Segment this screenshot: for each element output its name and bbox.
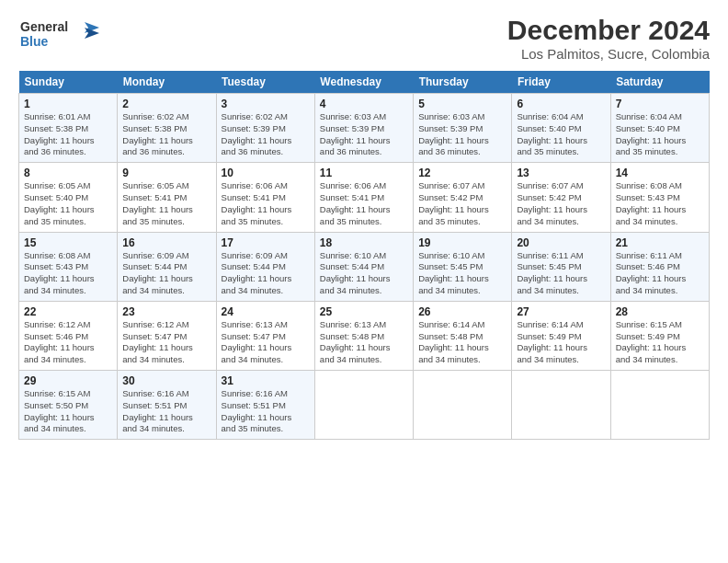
day-number: 9 — [122, 167, 210, 179]
calendar-cell — [414, 371, 512, 440]
calendar-cell: 8Sunrise: 6:05 AMSunset: 5:40 PMDaylight… — [19, 163, 118, 232]
calendar-cell: 16Sunrise: 6:09 AMSunset: 5:44 PMDayligh… — [118, 232, 216, 301]
day-info: Sunrise: 6:10 AMSunset: 5:45 PMDaylight:… — [418, 250, 506, 297]
day-info: Sunrise: 6:04 AMSunset: 5:40 PMDaylight:… — [616, 111, 704, 158]
day-info: Sunrise: 6:09 AMSunset: 5:44 PMDaylight:… — [222, 250, 310, 297]
calendar-cell: 19Sunrise: 6:10 AMSunset: 5:45 PMDayligh… — [414, 232, 512, 301]
day-number: 7 — [616, 98, 704, 110]
day-number: 27 — [517, 305, 605, 318]
day-info: Sunrise: 6:16 AMSunset: 5:51 PMDaylight:… — [222, 388, 310, 435]
day-number: 15 — [24, 236, 112, 249]
weekday-friday: Friday — [512, 71, 610, 94]
day-number: 2 — [122, 98, 210, 110]
calendar-cell: 20Sunrise: 6:11 AMSunset: 5:45 PMDayligh… — [512, 232, 610, 301]
day-number: 3 — [222, 98, 310, 110]
day-info: Sunrise: 6:05 AMSunset: 5:41 PMDaylight:… — [122, 180, 210, 227]
calendar-cell: 7Sunrise: 6:04 AMSunset: 5:40 PMDaylight… — [610, 94, 709, 163]
day-info: Sunrise: 6:02 AMSunset: 5:39 PMDaylight:… — [222, 111, 310, 158]
week-row-1: 1Sunrise: 6:01 AMSunset: 5:38 PMDaylight… — [19, 94, 710, 163]
header: General Blue December 2024 Los Palmitos,… — [18, 15, 710, 62]
day-info: Sunrise: 6:07 AMSunset: 5:42 PMDaylight:… — [517, 180, 605, 227]
calendar-cell: 13Sunrise: 6:07 AMSunset: 5:42 PMDayligh… — [512, 163, 610, 232]
calendar-cell: 10Sunrise: 6:06 AMSunset: 5:41 PMDayligh… — [216, 163, 314, 232]
subtitle: Los Palmitos, Sucre, Colombia — [507, 46, 710, 62]
week-row-3: 15Sunrise: 6:08 AMSunset: 5:43 PMDayligh… — [19, 232, 710, 301]
day-number: 30 — [122, 374, 210, 387]
day-info: Sunrise: 6:15 AMSunset: 5:50 PMDaylight:… — [24, 388, 112, 435]
weekday-tuesday: Tuesday — [216, 71, 314, 94]
day-number: 19 — [418, 236, 506, 249]
day-info: Sunrise: 6:16 AMSunset: 5:51 PMDaylight:… — [122, 388, 210, 435]
calendar-cell: 1Sunrise: 6:01 AMSunset: 5:38 PMDaylight… — [19, 94, 118, 163]
day-number: 25 — [320, 305, 408, 318]
calendar-cell — [314, 371, 413, 440]
calendar-table: SundayMondayTuesdayWednesdayThursdayFrid… — [18, 71, 710, 440]
day-number: 6 — [517, 98, 605, 110]
calendar-cell: 25Sunrise: 6:13 AMSunset: 5:48 PMDayligh… — [314, 301, 413, 370]
day-info: Sunrise: 6:07 AMSunset: 5:42 PMDaylight:… — [418, 180, 506, 227]
day-number: 24 — [222, 305, 310, 318]
svg-text:General: General — [20, 19, 68, 34]
day-number: 5 — [418, 98, 506, 110]
day-info: Sunrise: 6:03 AMSunset: 5:39 PMDaylight:… — [320, 111, 408, 158]
calendar-cell: 29Sunrise: 6:15 AMSunset: 5:50 PMDayligh… — [19, 371, 118, 440]
day-info: Sunrise: 6:12 AMSunset: 5:46 PMDaylight:… — [24, 319, 112, 366]
day-info: Sunrise: 6:13 AMSunset: 5:47 PMDaylight:… — [222, 319, 310, 366]
calendar-cell: 3Sunrise: 6:02 AMSunset: 5:39 PMDaylight… — [216, 94, 314, 163]
day-info: Sunrise: 6:05 AMSunset: 5:40 PMDaylight:… — [24, 180, 112, 227]
day-number: 10 — [222, 167, 310, 179]
calendar-cell — [512, 371, 610, 440]
weekday-sunday: Sunday — [19, 71, 118, 94]
calendar-cell: 23Sunrise: 6:12 AMSunset: 5:47 PMDayligh… — [118, 301, 216, 370]
day-info: Sunrise: 6:03 AMSunset: 5:39 PMDaylight:… — [418, 111, 506, 158]
calendar-cell: 15Sunrise: 6:08 AMSunset: 5:43 PMDayligh… — [19, 232, 118, 301]
calendar-cell: 9Sunrise: 6:05 AMSunset: 5:41 PMDaylight… — [118, 163, 216, 232]
calendar-page: General Blue December 2024 Los Palmitos,… — [0, 0, 728, 563]
day-number: 16 — [122, 236, 210, 249]
day-info: Sunrise: 6:09 AMSunset: 5:44 PMDaylight:… — [122, 250, 210, 297]
day-number: 23 — [122, 305, 210, 318]
week-row-5: 29Sunrise: 6:15 AMSunset: 5:50 PMDayligh… — [19, 371, 710, 440]
day-number: 26 — [418, 305, 506, 318]
day-number: 31 — [222, 374, 310, 387]
day-info: Sunrise: 6:02 AMSunset: 5:38 PMDaylight:… — [122, 111, 210, 158]
day-info: Sunrise: 6:15 AMSunset: 5:49 PMDaylight:… — [616, 319, 704, 366]
logo-text: General Blue — [18, 15, 101, 57]
calendar-cell: 4Sunrise: 6:03 AMSunset: 5:39 PMDaylight… — [314, 94, 413, 163]
day-info: Sunrise: 6:10 AMSunset: 5:44 PMDaylight:… — [320, 250, 408, 297]
day-number: 28 — [616, 305, 704, 318]
calendar-cell: 26Sunrise: 6:14 AMSunset: 5:48 PMDayligh… — [414, 301, 512, 370]
calendar-cell: 27Sunrise: 6:14 AMSunset: 5:49 PMDayligh… — [512, 301, 610, 370]
svg-text:Blue: Blue — [20, 34, 49, 49]
calendar-cell: 17Sunrise: 6:09 AMSunset: 5:44 PMDayligh… — [216, 232, 314, 301]
day-number: 8 — [24, 167, 112, 179]
day-info: Sunrise: 6:14 AMSunset: 5:49 PMDaylight:… — [517, 319, 605, 366]
day-number: 12 — [418, 167, 506, 179]
title-block: December 2024 Los Palmitos, Sucre, Colom… — [507, 15, 710, 62]
weekday-header-row: SundayMondayTuesdayWednesdayThursdayFrid… — [19, 71, 710, 94]
calendar-cell: 14Sunrise: 6:08 AMSunset: 5:43 PMDayligh… — [610, 163, 709, 232]
day-info: Sunrise: 6:14 AMSunset: 5:48 PMDaylight:… — [418, 319, 506, 366]
day-number: 18 — [320, 236, 408, 249]
day-info: Sunrise: 6:08 AMSunset: 5:43 PMDaylight:… — [24, 250, 112, 297]
weekday-saturday: Saturday — [610, 71, 709, 94]
main-title: December 2024 — [507, 15, 710, 46]
day-number: 29 — [24, 374, 112, 387]
weekday-monday: Monday — [118, 71, 216, 94]
calendar-cell: 31Sunrise: 6:16 AMSunset: 5:51 PMDayligh… — [216, 371, 314, 440]
day-info: Sunrise: 6:06 AMSunset: 5:41 PMDaylight:… — [222, 180, 310, 227]
day-number: 20 — [517, 236, 605, 249]
calendar-cell: 21Sunrise: 6:11 AMSunset: 5:46 PMDayligh… — [610, 232, 709, 301]
weekday-thursday: Thursday — [414, 71, 512, 94]
calendar-cell: 22Sunrise: 6:12 AMSunset: 5:46 PMDayligh… — [19, 301, 118, 370]
calendar-cell: 12Sunrise: 6:07 AMSunset: 5:42 PMDayligh… — [414, 163, 512, 232]
day-info: Sunrise: 6:12 AMSunset: 5:47 PMDaylight:… — [122, 319, 210, 366]
day-info: Sunrise: 6:08 AMSunset: 5:43 PMDaylight:… — [616, 180, 704, 227]
weekday-wednesday: Wednesday — [314, 71, 413, 94]
day-info: Sunrise: 6:01 AMSunset: 5:38 PMDaylight:… — [24, 111, 112, 158]
calendar-cell: 18Sunrise: 6:10 AMSunset: 5:44 PMDayligh… — [314, 232, 413, 301]
day-info: Sunrise: 6:06 AMSunset: 5:41 PMDaylight:… — [320, 180, 408, 227]
day-info: Sunrise: 6:04 AMSunset: 5:40 PMDaylight:… — [517, 111, 605, 158]
day-number: 14 — [616, 167, 704, 179]
day-number: 17 — [222, 236, 310, 249]
